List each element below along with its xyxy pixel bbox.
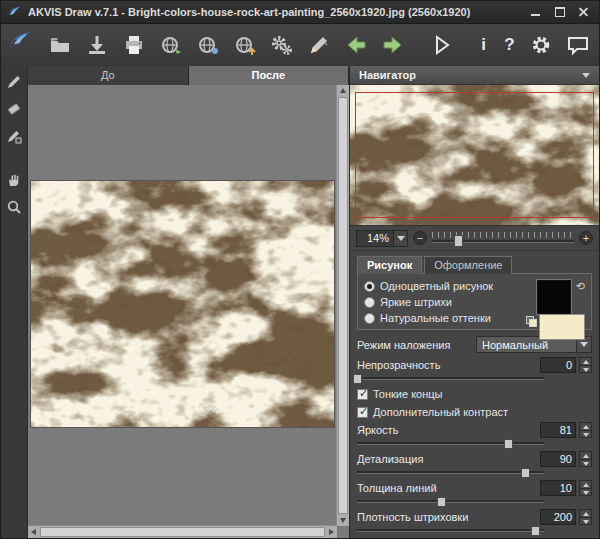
radio-icon[interactable] [364,297,375,308]
chevron-down-icon [397,236,405,241]
brightness-stepper[interactable] [579,422,592,438]
radio-bright-strokes[interactable]: Яркие штрихи [364,296,519,308]
brightness-slider[interactable] [357,439,544,447]
zoom-in-button[interactable]: + [579,231,593,245]
blend-mode-value: Нормальный [477,339,576,351]
zoom-level-select[interactable]: 14% [356,230,408,247]
primary-color-swatch[interactable] [537,280,571,314]
color-swatches: ⟲ [519,280,585,324]
navigator-header[interactable]: Навигатор [350,66,599,85]
radio-label: Яркие штрихи [380,296,452,308]
undo-button[interactable] [343,32,369,58]
detail-stepper[interactable] [579,451,592,467]
tab-after[interactable]: После [189,66,350,85]
chevron-down-icon [580,342,588,347]
radio-label: Одноцветный рисунок [380,280,493,292]
radio-natural-tints[interactable]: Натуральные оттенки [364,312,519,324]
line-width-param: Толщина линий 10 [357,480,592,505]
detail-value[interactable]: 90 [540,451,576,467]
slider-handle[interactable] [353,374,362,384]
radio-icon[interactable] [364,313,375,324]
minimize-button[interactable] [529,6,543,18]
navigator-title: Навигатор [359,69,416,81]
tab-before[interactable]: До [28,66,189,85]
run-button[interactable] [428,32,454,58]
eraser-tool[interactable] [5,100,23,118]
navigator-thumbnail[interactable] [350,85,599,226]
opacity-slider[interactable] [357,374,544,382]
radio-icon[interactable] [364,281,375,292]
zoom-tool[interactable] [5,198,23,216]
save-image-button[interactable] [84,32,110,58]
zoom-slider[interactable] [432,231,574,245]
secondary-color-swatch[interactable] [539,314,585,340]
checkbox-icon[interactable]: ✓ [357,407,368,418]
checkbox-label: Дополнительный контраст [373,406,508,418]
zoom-level-value: 14% [357,232,393,244]
settings-panel: Рисунок Оформление Одноцветный рисунок Я… [350,251,599,538]
preferences-button[interactable] [528,32,554,58]
window-controls [529,6,591,18]
radio-monochrome[interactable]: Одноцветный рисунок [364,280,519,292]
result-image[interactable] [30,180,335,428]
slider-handle[interactable] [504,439,513,449]
help-button[interactable]: ? [502,35,517,55]
slider-handle[interactable] [521,468,530,478]
presets-pencil-icon[interactable] [306,32,332,58]
navigator-view-frame[interactable] [355,92,594,218]
brightness-value[interactable]: 81 [540,422,576,438]
zoom-controls: 14% − + [350,226,599,251]
checkbox-icon[interactable]: ✓ [357,389,368,400]
zoom-handle[interactable] [454,235,463,247]
chevron-down-icon [582,73,590,78]
slider-handle[interactable] [531,526,540,536]
line-width-stepper[interactable] [579,480,592,496]
hatching-density-param: Плотность штриховки 200 [357,509,592,534]
brightness-label: Яркость [357,424,537,436]
info-button[interactable]: i [476,35,491,55]
hatching-density-label: Плотность штриховки [357,511,537,523]
horizontal-scrollbar[interactable] [28,525,337,538]
tool-strip [1,66,28,538]
hand-tool[interactable] [5,171,23,189]
tab-decoration[interactable]: Оформление [424,256,512,274]
checkbox-label: Тонкие концы [373,388,443,400]
settings-tabs: Рисунок Оформление [357,256,592,274]
vertical-scrollbar[interactable] [336,85,349,526]
zoom-out-button[interactable]: − [413,231,427,245]
swap-colors-icon[interactable] [526,316,537,327]
akvis-logo-icon [9,30,32,60]
brightness-param: Яркость 81 [357,422,592,447]
pencil-tool[interactable] [5,73,23,91]
canvas-area[interactable] [28,85,349,538]
extra-contrast-checkbox-row[interactable]: ✓ Дополнительный контраст [357,406,592,418]
line-width-value[interactable]: 10 [540,480,576,496]
share-web-icon[interactable] [158,32,184,58]
before-after-tabs: До После [28,66,349,85]
close-button[interactable] [577,6,591,18]
thin-ends-checkbox-row[interactable]: ✓ Тонкие концы [357,388,592,400]
open-image-button[interactable] [47,32,73,58]
reset-color-icon[interactable]: ⟲ [576,280,585,293]
feedback-button[interactable] [565,32,591,58]
share-upload-icon[interactable] [232,32,258,58]
window-title: AKVIS Draw v.7.1 - Bright-colors-house-r… [28,6,523,18]
slider-handle[interactable] [437,497,446,507]
batch-processing-icon[interactable] [269,32,295,58]
tab-drawing[interactable]: Рисунок [357,256,422,274]
detail-slider[interactable] [357,468,544,476]
maximize-button[interactable] [553,6,567,18]
detail-label: Детализация [357,453,537,465]
app-window: AKVIS Draw v.7.1 - Bright-colors-house-r… [0,0,600,539]
titlebar: AKVIS Draw v.7.1 - Bright-colors-house-r… [1,1,599,24]
opacity-stepper[interactable] [579,357,592,373]
hatching-density-slider[interactable] [357,526,544,534]
redo-button[interactable] [380,32,406,58]
opacity-value[interactable]: 0 [540,357,576,373]
share-social-icon[interactable] [195,32,221,58]
line-width-slider[interactable] [357,497,544,505]
recolor-pencil-tool[interactable] [5,127,23,145]
hatching-density-stepper[interactable] [579,509,592,525]
hatching-density-value[interactable]: 200 [540,509,576,525]
print-button[interactable] [121,32,147,58]
